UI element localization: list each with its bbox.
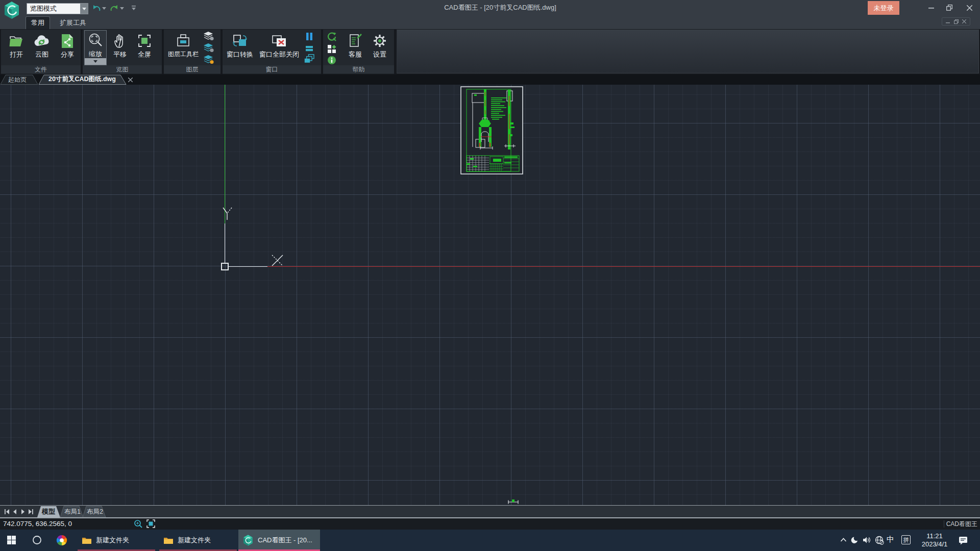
tray-chevron-icon[interactable] bbox=[840, 537, 847, 542]
open-button[interactable]: 打开 bbox=[5, 31, 28, 59]
layout-tab-2-label[interactable]: 布局2 bbox=[87, 508, 103, 516]
search-icon[interactable] bbox=[32, 535, 42, 545]
close-all-windows-icon bbox=[271, 31, 287, 48]
tray-moon-icon[interactable] bbox=[850, 535, 860, 544]
login-button[interactable]: 未登录 bbox=[868, 1, 899, 15]
tray-time: 11:21 bbox=[918, 532, 951, 540]
zoom-status-icon[interactable] bbox=[134, 519, 143, 529]
customer-service-icon bbox=[348, 31, 362, 48]
cad-app-icon bbox=[242, 534, 254, 546]
mdi-close-icon[interactable] bbox=[962, 19, 966, 23]
app-window: 览图模式 CAD看图王 - [20寸前叉CAD图纸.dwg] 未登录 bbox=[0, 0, 980, 551]
tile-windows-icon[interactable] bbox=[305, 45, 313, 52]
undo-dropdown-icon[interactable] bbox=[102, 7, 106, 10]
tray-pinyin-icon[interactable]: 拼 bbox=[901, 535, 911, 544]
folder-icon bbox=[82, 536, 92, 544]
product-grid-icon[interactable] bbox=[327, 44, 336, 54]
status-app-name: CAD看图王 bbox=[946, 518, 977, 530]
ribbon-group-view: 缩放 平移 bbox=[83, 30, 162, 74]
pause-refresh-icon[interactable] bbox=[305, 32, 313, 41]
taskbar-item-folder2[interactable]: 新建文件夹 bbox=[159, 530, 237, 551]
mode-select[interactable]: 览图模式 bbox=[27, 3, 88, 14]
prev-tab-icon[interactable] bbox=[13, 509, 16, 514]
ribbon-group-label: 窗口 bbox=[223, 65, 321, 73]
mdi-restore-icon[interactable] bbox=[954, 19, 959, 24]
notification-icon[interactable] bbox=[959, 536, 968, 545]
redo-icon[interactable] bbox=[110, 5, 118, 12]
mdi-minimize-icon[interactable] bbox=[946, 19, 950, 23]
next-tab-icon[interactable] bbox=[21, 509, 24, 514]
customize-toolbar-icon[interactable] bbox=[131, 6, 136, 11]
tray-ime-icon[interactable]: 中 bbox=[887, 535, 894, 544]
browser-icon[interactable] bbox=[56, 535, 67, 546]
fullscreen-icon bbox=[137, 31, 152, 48]
app-logo bbox=[3, 1, 20, 20]
zoom-button-top[interactable]: 缩放 bbox=[85, 31, 106, 59]
taskbar-item-cad[interactable]: CAD看图王 - [20... bbox=[238, 530, 320, 551]
taskbar-item-folder1[interactable]: 新建文件夹 bbox=[78, 530, 155, 551]
ribbon-group-label: 图层 bbox=[164, 65, 220, 73]
tray-clock[interactable]: 11:21 2023/4/1 bbox=[918, 532, 951, 548]
layer-list-icon[interactable] bbox=[203, 31, 214, 41]
redo-dropdown-icon[interactable] bbox=[120, 7, 124, 10]
tray-network-icon[interactable] bbox=[875, 536, 884, 545]
taskbar: 新建文件夹 新建文件夹 CAD看图王 - [20... bbox=[0, 530, 980, 551]
tray-date: 2023/4/1 bbox=[918, 540, 951, 548]
ucs-origin-box bbox=[221, 263, 229, 270]
red-axis-line bbox=[267, 266, 980, 267]
close-button[interactable] bbox=[959, 0, 980, 15]
chevron-down-icon[interactable] bbox=[80, 4, 88, 14]
layer-toolbar-button[interactable]: 图层工具栏 bbox=[166, 31, 201, 59]
share-icon bbox=[61, 31, 74, 48]
ribbon-group-label: 帮助 bbox=[323, 65, 394, 73]
green-axis-line bbox=[225, 85, 225, 223]
info-icon[interactable] bbox=[327, 56, 336, 65]
restore-button[interactable] bbox=[940, 0, 959, 15]
ribbon-tab-extended[interactable]: 扩展工具 bbox=[56, 16, 90, 29]
ucs-x-axis-line bbox=[229, 266, 267, 267]
drawing-canvas[interactable] bbox=[0, 85, 980, 505]
cursor-coordinates: 742.0775, 636.2565, 0 bbox=[3, 518, 72, 530]
close-all-windows-button[interactable]: 窗口全部关闭 bbox=[256, 31, 302, 59]
check-update-icon[interactable] bbox=[327, 32, 337, 42]
ribbon-tab-common[interactable]: 常用 bbox=[26, 16, 50, 29]
customer-service-button[interactable]: 客服 bbox=[344, 31, 366, 59]
layout-tab-model-label[interactable]: 模型 bbox=[42, 507, 55, 516]
tray-volume-icon[interactable] bbox=[863, 536, 871, 544]
settings-gear-icon bbox=[372, 31, 387, 48]
ucs-y-label bbox=[221, 206, 236, 222]
doc-tab-close-icon[interactable] bbox=[128, 78, 133, 82]
ribbon-empty-area bbox=[397, 30, 979, 73]
minimize-button[interactable] bbox=[922, 0, 940, 15]
layer-toolbar-icon bbox=[176, 31, 191, 48]
pan-hand-icon bbox=[113, 31, 127, 48]
ribbon-group-label: 览图 bbox=[83, 65, 162, 73]
window-title: CAD看图王 - [20寸前叉CAD图纸.dwg] bbox=[388, 0, 612, 15]
start-button-icon[interactable] bbox=[7, 536, 16, 544]
chevron-down-icon bbox=[93, 60, 97, 63]
ucs-y-axis-line bbox=[225, 223, 225, 263]
zoom-dropdown[interactable] bbox=[85, 58, 106, 65]
first-tab-icon[interactable] bbox=[5, 509, 9, 514]
layout-tab-1-label[interactable]: 布局1 bbox=[64, 508, 81, 516]
zoom-button[interactable]: 缩放 bbox=[84, 30, 107, 65]
mode-select-value: 览图模式 bbox=[27, 4, 80, 13]
doc-tab-active-label[interactable]: 20寸前叉CAD图纸.dwg bbox=[46, 75, 118, 84]
doc-tab-start-label[interactable]: 起始页 bbox=[8, 76, 27, 84]
share-button[interactable]: 分享 bbox=[56, 31, 79, 59]
cloud-sync-icon bbox=[34, 31, 50, 48]
status-bar: 742.0775, 636.2565, 0 CAD看图王 bbox=[0, 518, 980, 530]
window-switch-icon bbox=[232, 31, 248, 48]
last-tab-icon[interactable] bbox=[29, 509, 33, 514]
undo-icon[interactable] bbox=[92, 5, 101, 12]
ribbon-group-file: 打开 云图 bbox=[1, 30, 81, 74]
pan-button[interactable]: 平移 bbox=[109, 31, 131, 59]
cascade-windows-icon[interactable] bbox=[304, 54, 314, 63]
fullscreen-button[interactable]: 全屏 bbox=[133, 31, 156, 59]
layer-state-icon[interactable] bbox=[203, 43, 214, 53]
cloud-button[interactable]: 云图 bbox=[31, 31, 53, 59]
layer-merge-icon[interactable] bbox=[203, 55, 214, 64]
settings-button[interactable]: 设置 bbox=[369, 31, 391, 59]
window-switch-button[interactable]: 窗口转换 bbox=[225, 31, 255, 59]
frame-select-icon[interactable] bbox=[146, 519, 155, 528]
